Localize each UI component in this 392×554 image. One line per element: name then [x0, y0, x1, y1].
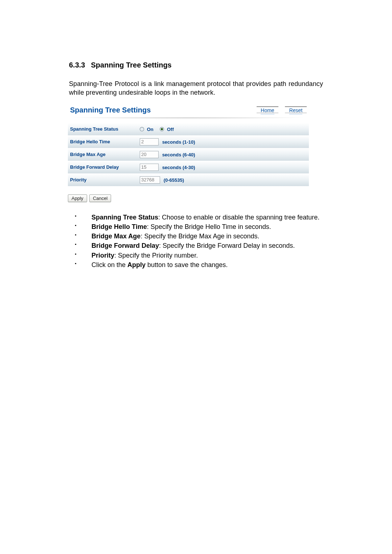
- ctrl-hello: seconds (1-10): [138, 135, 309, 148]
- desc: : Specify the Bridge Forward Delay in se…: [159, 242, 295, 249]
- label-hello: Bridge Hello Time: [68, 135, 138, 148]
- apply-button[interactable]: Apply: [68, 194, 87, 202]
- document-page: 6.3.3 Spanning Tree Settings Spanning-Tr…: [0, 0, 392, 554]
- divider-shadow: [68, 117, 309, 119]
- desc: : Specify the Bridge Hello Time in secon…: [147, 223, 271, 230]
- label-maxage: Bridge Max Age: [68, 148, 138, 161]
- section-heading: 6.3.3 Spanning Tree Settings: [69, 61, 323, 69]
- term: Bridge Max Age: [91, 233, 140, 240]
- input-fwd[interactable]: [140, 164, 159, 171]
- intro-paragraph: Spanning-Tree Protocol is a link managem…: [69, 79, 323, 97]
- desc: : Specify the Bridge Max Age in seconds.: [140, 233, 259, 240]
- term: Spanning Tree Status: [91, 214, 158, 221]
- ctrl-priority: (0-65535): [138, 173, 309, 186]
- description-list: Spanning Tree Status: Choose to enable o…: [69, 213, 323, 270]
- row-status: Spanning Tree Status On Off: [68, 123, 309, 136]
- list-item: Bridge Hello Time: Specify the Bridge He…: [84, 222, 323, 231]
- radio-on-label: On: [147, 127, 154, 132]
- row-maxage: Bridge Max Age seconds (6-40): [68, 148, 309, 161]
- list-item: Bridge Max Age: Specify the Bridge Max A…: [84, 232, 323, 241]
- hint-maxage: seconds (6-40): [162, 152, 195, 157]
- reset-button-label: Reset: [289, 107, 303, 114]
- settings-table: Spanning Tree Status On Off Bridge Hello…: [68, 123, 309, 186]
- ctrl-fwd: seconds (4-30): [138, 161, 309, 173]
- radio-off[interactable]: [160, 127, 164, 131]
- radio-on[interactable]: [140, 127, 144, 131]
- heading-title: Spanning Tree Settings: [91, 61, 171, 69]
- label-status: Spanning Tree Status: [68, 123, 138, 136]
- ctrl-status: On Off: [138, 123, 309, 136]
- desc: : Choose to enable or disable the spanni…: [158, 214, 319, 221]
- input-maxage[interactable]: [140, 151, 159, 158]
- panel-nav-buttons: Home Reset: [257, 106, 307, 114]
- panel-header: Spanning Tree Settings Home Reset: [68, 105, 309, 115]
- term: Priority: [91, 252, 114, 259]
- list-item: Spanning Tree Status: Choose to enable o…: [84, 213, 323, 222]
- row-priority: Priority (0-65535): [68, 173, 309, 186]
- label-fwd: Bridge Forward Delay: [68, 161, 138, 173]
- row-hello: Bridge Hello Time seconds (1-10): [68, 135, 309, 148]
- label-priority: Priority: [68, 173, 138, 186]
- term: Apply: [127, 261, 146, 268]
- term: Bridge Forward Delay: [91, 242, 159, 249]
- term: Bridge Hello Time: [91, 223, 147, 230]
- home-button[interactable]: Home: [257, 106, 278, 114]
- home-button-label: Home: [261, 107, 274, 114]
- cancel-button[interactable]: Cancel: [89, 194, 111, 202]
- prefix: Click on the: [91, 261, 127, 268]
- reset-button[interactable]: Reset: [285, 106, 307, 114]
- settings-panel: Spanning Tree Settings Home Reset Spanni…: [68, 105, 309, 204]
- radio-off-label: Off: [167, 127, 174, 132]
- panel-title: Spanning Tree Settings: [70, 106, 151, 114]
- desc: button to save the changes.: [146, 261, 228, 268]
- list-item: Click on the Apply button to save the ch…: [84, 260, 323, 269]
- row-fwd: Bridge Forward Delay seconds (4-30): [68, 161, 309, 173]
- action-buttons: Apply Cancel: [68, 194, 309, 202]
- hint-priority: (0-65535): [164, 177, 184, 182]
- hint-fwd: seconds (4-30): [162, 164, 195, 170]
- heading-number: 6.3.3: [69, 61, 85, 69]
- list-item: Bridge Forward Delay: Specify the Bridge…: [84, 241, 323, 250]
- input-hello[interactable]: [140, 138, 159, 145]
- hint-hello: seconds (1-10): [162, 139, 195, 144]
- desc: : Specify the Priority number.: [114, 252, 198, 259]
- list-item: Priority: Specify the Priority number.: [84, 251, 323, 260]
- ctrl-maxage: seconds (6-40): [138, 148, 309, 161]
- input-priority[interactable]: [140, 176, 160, 184]
